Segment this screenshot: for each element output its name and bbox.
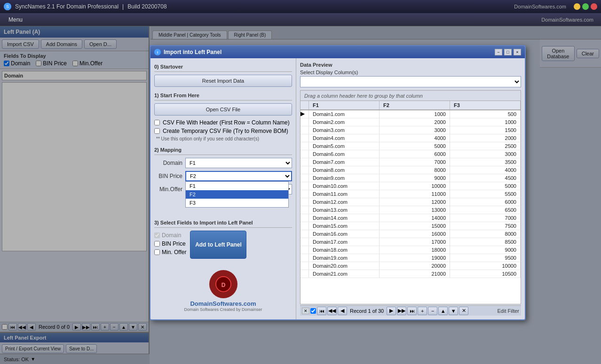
- modal-nav-down[interactable]: ▼: [449, 307, 458, 315]
- display-column-select[interactable]: [300, 76, 521, 87]
- modal-nav-close[interactable]: ✕: [459, 307, 468, 315]
- col-header-f1[interactable]: F1: [309, 101, 380, 109]
- reset-import-button[interactable]: Reset Import Data: [154, 75, 292, 87]
- cell-f1: Domain21.com: [309, 270, 380, 278]
- expand-cell: [300, 206, 309, 214]
- logo-icon: D: [209, 270, 237, 298]
- dropdown-item-f2[interactable]: F2: [186, 190, 288, 199]
- modal-maximize-button[interactable]: □: [504, 49, 512, 55]
- cell-f1: Domain16.com: [309, 230, 380, 238]
- table-row: Domain3.com 3000 1500: [300, 126, 521, 134]
- table-row: Domain17.com 17000 8500: [300, 238, 521, 246]
- bin-mapping-select[interactable]: F1 F2 F3: [185, 171, 292, 181]
- add-to-left-panel-button[interactable]: Add to Left Panel: [190, 231, 246, 259]
- modal-nav-first[interactable]: ⏮: [317, 307, 326, 315]
- modal-right-panel: Data Preview Select Display Column(s) Dr…: [296, 58, 525, 319]
- fields-checkboxes: Domain BIN Price Min. Offer: [154, 232, 186, 257]
- maximize-button[interactable]: [582, 3, 589, 10]
- modal-nav-up[interactable]: ▲: [438, 307, 448, 315]
- dropdown-item-f1[interactable]: F1: [186, 182, 288, 190]
- menu-item-menu[interactable]: Menu: [4, 15, 27, 25]
- expand-cell: [300, 254, 309, 262]
- bin-field-checkbox[interactable]: [154, 241, 160, 247]
- cell-f3: 4500: [450, 174, 521, 182]
- bom-note: ** Use this option only if you see odd c…: [156, 136, 292, 141]
- cell-f1: Domain5.com: [309, 142, 380, 150]
- table-row: Domain6.com 6000 3000: [300, 150, 521, 158]
- build-info: Build 20200708: [127, 3, 166, 10]
- table-row: Domain5.com 5000 2500: [300, 142, 521, 150]
- section-mapping: 2) Mapping: [154, 145, 292, 155]
- bin-mapping-row: BIN Price F1 F2 F3 F1 F2 F3: [154, 171, 292, 181]
- logo-brand: DomainSoftwares.com: [158, 300, 288, 307]
- modal-nav-last[interactable]: ⏭: [407, 307, 417, 315]
- title-bar: S SyncNames 2.1 For Domain Professional …: [0, 0, 601, 13]
- col-header-f3[interactable]: F3: [450, 101, 521, 109]
- dropdown-item-f3[interactable]: F3: [186, 199, 288, 207]
- table-row: Domain8.com 8000 4000: [300, 166, 521, 174]
- cell-f2: 12000: [380, 198, 450, 206]
- section-startover: 0) Startover: [154, 62, 292, 72]
- table-row: Domain10.com 10000 5000: [300, 182, 521, 190]
- table-row: Domain13.com 13000 6500: [300, 206, 521, 214]
- expand-cell: [300, 134, 309, 142]
- table-row: Domain19.com 19000 9500: [300, 254, 521, 262]
- modal-nav-prev[interactable]: ◀: [338, 307, 347, 315]
- modal-nav-del[interactable]: −: [428, 307, 437, 315]
- cell-f3: 10000: [450, 262, 521, 270]
- section-start-from: 1) Start From Here: [154, 91, 292, 101]
- modal-nav-checkbox[interactable]: [310, 308, 316, 314]
- expand-cell: [300, 262, 309, 270]
- expand-cell: [300, 270, 309, 278]
- modal-nav-x-button[interactable]: ✕: [302, 308, 309, 314]
- modal-left-panel: 0) Startover Reset Import Data 1) Start …: [150, 58, 296, 319]
- expand-cell: [300, 158, 309, 166]
- cell-f2: 18000: [380, 246, 450, 254]
- cell-f1: Domain11.com: [309, 190, 380, 198]
- domain-mapping-select[interactable]: F1 F2 F3: [185, 158, 292, 168]
- cell-f3: 7500: [450, 222, 521, 230]
- logo-tagline: Domain Softwares Created by Domainser: [158, 307, 288, 312]
- cell-f2: 3000: [380, 126, 450, 134]
- open-csv-button[interactable]: Open CSV File: [154, 103, 292, 116]
- bin-dropdown-popup: F1 F2 F3: [185, 181, 289, 208]
- table-row: Domain4.com 4000 2000: [300, 134, 521, 142]
- cell-f1: Domain19.com: [309, 254, 380, 262]
- cell-f1: Domain12.com: [309, 198, 380, 206]
- cell-f2: 14000: [380, 214, 450, 222]
- modal-minimize-button[interactable]: −: [495, 49, 502, 55]
- cell-f1: Domain18.com: [309, 246, 380, 254]
- csv-header-checkbox[interactable]: [154, 120, 160, 125]
- table-row: Domain15.com 15000 7500: [300, 222, 521, 230]
- minoffer-field-checkbox[interactable]: [154, 249, 160, 255]
- modal-nav-next[interactable]: ▶: [387, 307, 396, 315]
- close-app-button[interactable]: [591, 3, 597, 10]
- bin-mapping-label: BIN Price: [154, 173, 182, 179]
- domain-mapping-label: Domain: [154, 160, 182, 166]
- cell-f2: 13000: [380, 206, 450, 214]
- cell-f3: 5500: [450, 190, 521, 198]
- modal-nav-prev-skip[interactable]: ◀◀: [327, 307, 337, 315]
- modal-nav-next-skip[interactable]: ▶▶: [397, 307, 406, 315]
- csv-header-label: CSV File With Header (First Row = Column…: [163, 119, 290, 126]
- table-row: Domain20.com 20000 10000: [300, 262, 521, 270]
- cell-f2: 2000: [380, 118, 450, 126]
- table-row: Domain9.com 9000 4500: [300, 174, 521, 182]
- expand-cell: [300, 198, 309, 206]
- expand-cell: [300, 182, 309, 190]
- minimize-button[interactable]: [574, 3, 580, 10]
- modal-close-button[interactable]: ×: [514, 49, 521, 55]
- cell-f3: 8500: [450, 238, 521, 246]
- cell-f2: 16000: [380, 230, 450, 238]
- app-title: SyncNames 2.1 For Domain Professional: [15, 3, 119, 10]
- temp-csv-checkbox[interactable]: [154, 128, 160, 134]
- cell-f3: 9000: [450, 246, 521, 254]
- cell-f1: Domain10.com: [309, 182, 380, 190]
- domain-mapping-row: Domain F1 F2 F3: [154, 158, 292, 168]
- cell-f1: Domain4.com: [309, 134, 380, 142]
- cell-f1: Domain6.com: [309, 150, 380, 158]
- modal-nav-add[interactable]: +: [418, 307, 427, 315]
- expand-cell: [300, 190, 309, 198]
- modal-edit-filter[interactable]: Edit Filter: [498, 308, 519, 314]
- col-header-f2[interactable]: F2: [380, 101, 450, 109]
